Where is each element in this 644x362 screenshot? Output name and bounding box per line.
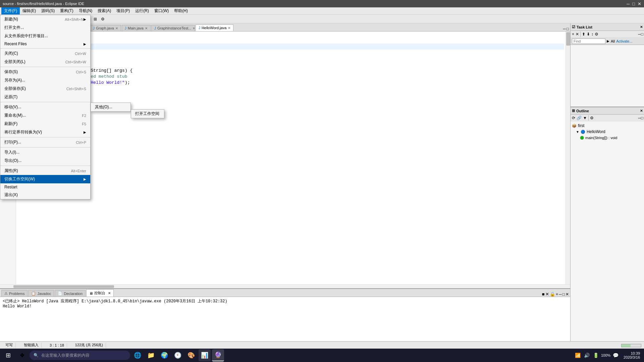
menu-exit[interactable]: 退出(X) [0,191,90,199]
menu-revert[interactable]: 还原(T) [0,93,90,101]
menu-restart-label: Restart [4,185,86,189]
menu-new-shortcut: Alt+Shift+N [65,17,84,21]
menu-close-all-shortcut: Ctrl+Shift+W [65,60,86,64]
menu-close-label: 关闭(C) [4,51,75,56]
menu-open-project[interactable]: 从文件系统中打开项目... [0,32,90,40]
menu-open-file-label: 打开文件... [4,25,86,31]
menu-save[interactable]: 保存(S) Ctrl+S [0,68,90,76]
menu-move-label: 移动(V)... [4,104,86,110]
open-workspace-item[interactable]: 打开工作空间 [131,110,164,118]
menu-properties[interactable]: 属性(R) Alt+Enter [0,167,90,175]
menu-save-shortcut: Ctrl+S [76,70,86,74]
menu-close-all[interactable]: 全部关闭(L) Ctrl+Shift+W [0,58,90,66]
menu-recent-arrow: ▶ [84,42,86,46]
menu-rename[interactable]: 重命名(M)... F2 [0,111,90,120]
menu-export-label: 导出(O)... [4,158,86,164]
dropdown-overlay[interactable]: 新建(N) Alt+Shift+N ▶ 打开文件... 从文件系统中打开项目..… [0,0,644,362]
menu-recent-files-label: Recent Files [4,42,84,46]
menu-save-all-label: 全部保存(E) [4,86,66,92]
menu-print-label: 打印(P)... [4,139,76,145]
menu-close-shortcut: Ctrl+W [75,52,86,56]
menu-convert-line[interactable]: 将行定界符转换为(V) ▶ [0,128,90,136]
open-workspace-tooltip: 打开工作空间 [131,109,164,118]
menu-print-shortcut: Ctrl+P [76,140,86,144]
menu-sep-4 [0,137,90,137]
menu-switch-workspace-label: 切换工作空间(W) [4,176,84,182]
menu-new-arrow: ▶ [84,17,86,21]
menu-recent-files[interactable]: Recent Files ▶ [0,40,90,48]
menu-close-all-label: 全部关闭(L) [4,59,65,65]
menu-import-label: 导入(I)... [4,149,86,155]
menu-sep-6 [0,166,90,166]
menu-print[interactable]: 打印(P)... Ctrl+P [0,138,90,146]
menu-save-all[interactable]: 全部保存(E) Ctrl+Shift+S [0,84,90,93]
menu-sep-5 [0,147,90,147]
menu-properties-shortcut: Alt+Enter [71,169,86,173]
submenu-other[interactable]: 其他(O)... [91,103,130,111]
menu-rename-shortcut: F2 [82,114,86,118]
menu-new-label: 新建(N) [4,16,65,22]
menu-open-file[interactable]: 打开文件... [0,23,90,32]
menu-sep-1 [0,48,90,49]
menu-restart[interactable]: Restart [0,183,90,191]
menu-switch-workspace-arrow: ▶ [84,177,86,181]
switch-workspace-submenu: 其他(O)... [91,103,131,112]
menu-save-as-label: 另存为(A)... [4,77,86,83]
menu-close[interactable]: 关闭(C) Ctrl+W [0,49,90,58]
menu-switch-workspace[interactable]: 切换工作空间(W) ▶ [0,175,90,183]
menu-new[interactable]: 新建(N) Alt+Shift+N ▶ [0,15,90,23]
menu-open-project-label: 从文件系统中打开项目... [4,33,86,39]
menu-export[interactable]: 导出(O)... [0,157,90,165]
menu-convert-arrow: ▶ [84,130,86,134]
menu-convert-line-label: 将行定界符转换为(V) [4,129,84,135]
menu-rename-label: 重命名(M)... [4,113,82,118]
menu-import[interactable]: 导入(I)... [0,148,90,157]
menu-properties-label: 属性(R) [4,168,71,174]
menu-save-label: 保存(S) [4,69,76,75]
menu-sep-3 [0,102,90,102]
file-menu: 新建(N) Alt+Shift+N ▶ 打开文件... 从文件系统中打开项目..… [0,15,91,199]
menu-exit-label: 退出(X) [4,192,86,198]
menu-revert-label: 还原(T) [4,94,86,100]
menu-refresh[interactable]: 刷新(F) F5 [0,120,90,128]
menu-move[interactable]: 移动(V)... [0,103,90,111]
menu-sep-2 [0,67,90,67]
menu-refresh-label: 刷新(F) [4,121,82,127]
menu-save-as[interactable]: 另存为(A)... [0,76,90,84]
menu-refresh-shortcut: F5 [82,122,86,126]
menu-save-all-shortcut: Ctrl+Shift+S [66,87,86,91]
